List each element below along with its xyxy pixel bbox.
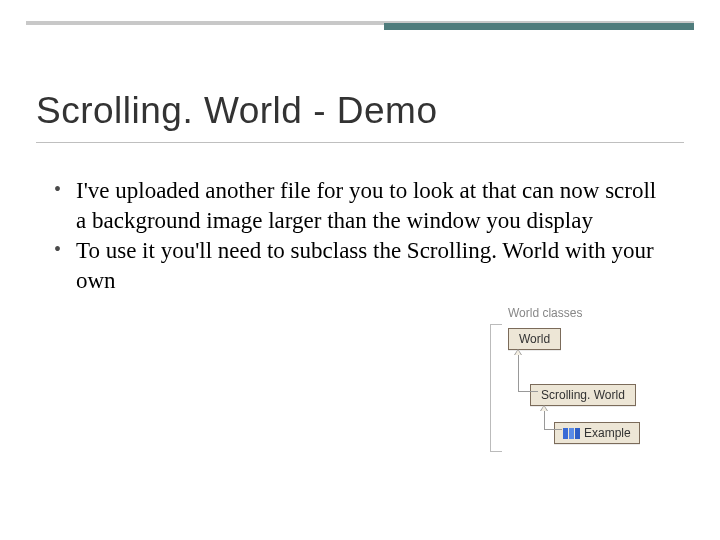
class-box-scrollingworld: Scrolling. World [530,384,636,406]
class-box-example-label: Example [584,426,631,440]
slide-body: I've uploaded another file for you to lo… [54,176,660,296]
top-accent-teal [384,23,694,30]
class-diagram: World classes World Scrolling. World Exa… [446,302,656,462]
inheritance-arrowhead [540,405,548,411]
list-item: To use it you'll need to subclass the Sc… [54,236,660,296]
example-icon [563,428,580,439]
list-item: I've uploaded another file for you to lo… [54,176,660,236]
bullet-list: I've uploaded another file for you to lo… [54,176,660,296]
title-rule [36,142,684,143]
top-accent-bar [26,21,694,30]
inheritance-connector [518,350,538,392]
diagram-bracket [490,324,502,452]
diagram-group-label: World classes [508,306,582,320]
class-box-world: World [508,328,561,350]
class-box-example: Example [554,422,640,444]
slide: Scrolling. World - Demo I've uploaded an… [0,0,720,540]
slide-title: Scrolling. World - Demo [36,90,437,132]
inheritance-arrowhead [514,349,522,355]
